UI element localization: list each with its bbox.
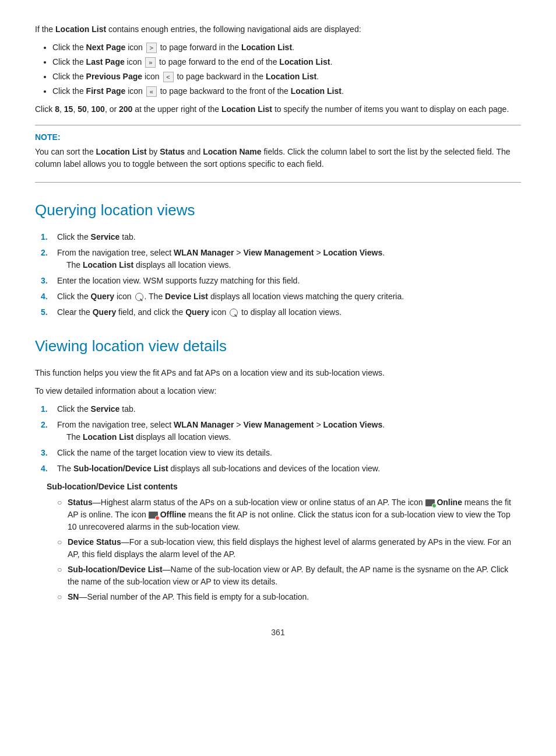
step4-text: Click the Query icon . The Device List d… [57,290,404,303]
intro-paragraph: If the Location List contains enough ent… [35,23,521,36]
sn-text: SN—Serial number of the AP. This field i… [68,591,309,603]
section1-step5: 5. Clear the Query field, and click the … [35,306,521,318]
sublocation-heading: Sub-location/Device List contents [47,481,521,493]
online-ap-icon [425,499,435,506]
note-location-name: Location Name [203,147,261,156]
section1-step3: 3. Enter the location view. WSM supports… [35,275,521,287]
first-page-label: First Page [86,86,126,96]
sublocation-contents: Sub-location/Device List contents ○ Stat… [35,481,521,603]
section2-step4: 4. The Sub-location/Device List displays… [35,463,521,475]
number-100: 100 [92,104,105,114]
section2-intro1: This function helps you view the fit APs… [35,367,521,379]
section2-step3: 3. Click the name of the target location… [35,447,521,459]
page-number: 361 [35,626,521,639]
step1-text: Click the Service tab. [57,231,136,243]
s2-step2-text: From the navigation tree, select WLAN Ma… [57,419,385,443]
device-status-text: Device Status—For a sub-location view, t… [68,536,521,561]
step1-num: 1. [41,231,57,243]
sub-bullet-3: ○ [57,564,68,588]
number-50: 50 [78,104,87,114]
note-text: You can sort the Location List by Status… [35,146,521,170]
location-list-ref3: Location List [279,57,330,66]
offline-ap-icon [149,512,158,519]
sublocation-status-item: ○ Status—Highest alarm status of the APs… [57,496,521,533]
next-page-icon: > [146,43,157,53]
section2-step1: 1. Click the Service tab. [35,403,521,415]
step2-text: From the navigation tree, select WLAN Ma… [57,247,385,271]
sublocation-device-status-item: ○ Device Status—For a sub-location view,… [57,536,521,561]
bullet-last-page: Click the Last Page icon » to page forwa… [52,56,521,68]
s2-step4-num: 4. [41,463,57,475]
click-numbers-paragraph: Click 8, 15, 50, 100, or 200 at the uppe… [35,103,521,116]
offline-label: Offline [160,510,186,519]
sub-bullet-4: ○ [57,591,68,603]
step5-num: 5. [41,306,57,318]
bullet-first-page: Click the First Page icon « to page back… [52,85,521,97]
sublocation-device-list-item: ○ Sub-location/Device List—Name of the s… [57,564,521,588]
s2-step3-num: 3. [41,447,57,459]
step2-num: 2. [41,247,57,271]
location-list-ref6: Location List [221,104,272,114]
query-icon-2 [230,309,238,317]
page-content: If the Location List contains enough ent… [35,23,521,639]
section1-step4: 4. Click the Query icon . The Device Lis… [35,290,521,303]
sublocation-list: ○ Status—Highest alarm status of the APs… [57,496,521,603]
step5-text: Clear the Query field, and click the Que… [57,306,342,318]
s2-step3-text: Click the name of the target location vi… [57,447,272,459]
online-label: Online [437,498,462,507]
numbers-list: 8 [55,104,59,114]
s2-step4-text: The Sub-location/Device List displays al… [57,463,380,475]
next-page-label: Next Page [86,43,126,52]
first-page-icon: « [146,86,157,97]
sublocation-sn-item: ○ SN—Serial number of the AP. This field… [57,591,521,603]
section2-heading: Viewing location view details [35,335,521,359]
section1-steps: 1. Click the Service tab. 2. From the na… [35,231,521,318]
sub-bullet-2: ○ [57,536,68,561]
device-list-text: Sub-location/Device List—Name of the sub… [68,564,521,588]
nav-bullets: Click the Next Page icon > to page forwa… [52,41,521,97]
section1-step1: 1. Click the Service tab. [35,231,521,243]
step3-text: Enter the location view. WSM supports fu… [57,275,300,287]
sub-bullet-1: ○ [57,496,68,533]
number-15: 15 [64,104,73,114]
s2-step1-num: 1. [41,403,57,415]
previous-page-icon: < [163,72,174,82]
s2-step1-text: Click the Service tab. [57,403,136,415]
note-label: NOTE: [35,131,521,144]
bullet-previous-page: Click the Previous Page icon < to page b… [52,71,521,83]
section1-step2: 2. From the navigation tree, select WLAN… [35,247,521,271]
number-200: 200 [119,104,132,114]
step4-num: 4. [41,290,57,303]
note-location-list: Location List [96,147,147,156]
location-list-ref4: Location List [266,72,316,81]
location-list-ref1: Location List [55,24,106,34]
note-box: NOTE: You can sort the Location List by … [35,125,521,183]
previous-page-label: Previous Page [86,72,143,81]
s2-step2-sub: The Location List displays all location … [57,432,231,442]
step3-num: 3. [41,275,57,287]
location-list-ref5: Location List [291,86,342,96]
note-status: Status [160,147,185,156]
location-list-ref2: Location List [241,43,292,52]
section2-step2: 2. From the navigation tree, select WLAN… [35,419,521,443]
s2-step2-num: 2. [41,419,57,443]
query-icon-1 [135,293,143,301]
status-item-text: Status—Highest alarm status of the APs o… [68,496,521,533]
step2-sub: The Location List displays all location … [57,260,231,270]
section2-intro2: To view detailed information about a loc… [35,385,521,397]
bullet-next-page: Click the Next Page icon > to page forwa… [52,41,521,54]
last-page-label: Last Page [86,57,125,66]
section2-steps: 1. Click the Service tab. 2. From the na… [35,403,521,475]
section1-heading: Querying location views [35,199,521,223]
last-page-icon: » [145,57,156,68]
